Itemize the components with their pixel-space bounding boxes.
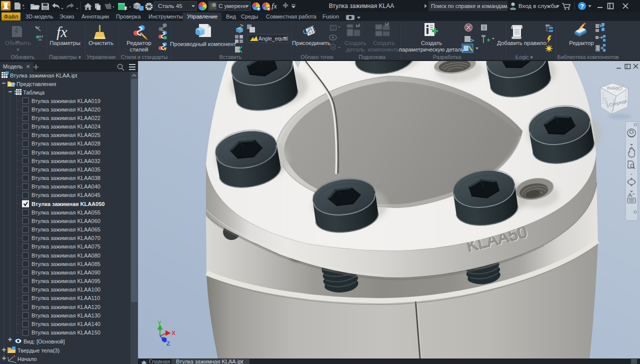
svg-text:Втулка зажимная KLAA085: Втулка зажимная KLAA085 [32, 261, 100, 267]
svg-text:Втулка зажимная KLAA095: Втулка зажимная KLAA095 [32, 278, 100, 284]
svg-text:Втулка зажимная KLAA024: Втулка зажимная KLAA024 [32, 124, 100, 130]
svg-text:Вход в службы: Вход в службы [518, 3, 558, 9]
svg-text:Втулка зажимная KLAA030: Втулка зажимная KLAA030 [32, 150, 100, 156]
svg-text:Таблица: Таблица [23, 90, 45, 96]
svg-text:Втулка зажимная KLAA032: Втулка зажимная KLAA032 [32, 158, 100, 164]
svg-text:Твердые тела(3): Твердые тела(3) [18, 348, 60, 354]
svg-text:Втулка зажимная KLAA: Втулка зажимная KLAA [329, 2, 394, 10]
svg-text:Втулка зажимная KLAA020: Втулка зажимная KLAA020 [32, 106, 100, 112]
svg-text:Втулка зажимная KLAA.ipt: Втулка зажимная KLAA.ipt [176, 358, 243, 364]
svg-text:Вид: [Основной]: Вид: [Основной] [24, 338, 65, 344]
svg-text:Втулка зажимная KLAA075: Втулка зажимная KLAA075 [32, 244, 100, 250]
svg-text:Втулка зажимная KLAA040: Втулка зажимная KLAA040 [32, 184, 100, 190]
svg-text:Начало: Начало [18, 356, 36, 362]
svg-text:X: X [172, 330, 176, 336]
svg-text:Втулка зажимная KLAA.ipt: Втулка зажимная KLAA.ipt [10, 72, 77, 78]
svg-text:Втулка зажимная KLAA050: Втулка зажимная KLAA050 [32, 201, 104, 207]
svg-text:Втулка зажимная KLAA065: Втулка зажимная KLAA065 [32, 226, 100, 232]
svg-text:Втулка зажимная KLAA120: Втулка зажимная KLAA120 [32, 304, 100, 310]
svg-text:Angle_equal: Angle_equal [258, 36, 288, 42]
svg-text:Y: Y [158, 320, 162, 326]
svg-text:Главная: Главная [149, 358, 170, 364]
svg-text:Втулка зажимная KLAA035: Втулка зажимная KLAA035 [32, 166, 100, 172]
svg-text:Втулка зажимная KLAA070: Втулка зажимная KLAA070 [32, 235, 100, 241]
svg-text:Втулка зажимная KLAA130: Втулка зажимная KLAA130 [32, 312, 100, 318]
svg-text:Втулка зажимная KLAA090: Втулка зажимная KLAA090 [32, 270, 100, 276]
svg-text:Втулка зажимная KLAA060: Втулка зажимная KLAA060 [32, 218, 100, 224]
svg-text:Втулка зажимная KLAA140: Втулка зажимная KLAA140 [32, 321, 100, 327]
svg-text:Втулка зажимная KLAA045: Втулка зажимная KLAA045 [32, 192, 100, 198]
svg-text:С умеренн: С умеренн [218, 3, 247, 9]
svg-text:fx: fx [56, 24, 68, 40]
svg-text:Втулка зажимная KLAA100: Втулка зажимная KLAA100 [32, 286, 100, 292]
svg-text:?: ? [580, 3, 584, 10]
svg-text:Втулка зажимная KLAA110: Втулка зажимная KLAA110 [32, 295, 100, 301]
svg-text:Втулка зажимная KLAA022: Втулка зажимная KLAA022 [32, 115, 100, 121]
svg-text:Втулка зажимная KLAA019: Втулка зажимная KLAA019 [32, 98, 100, 104]
svg-text:Представления: Представления [16, 81, 56, 87]
svg-text:Сверху: Сверху [606, 86, 622, 91]
svg-text:Поиск по справке и командам.: Поиск по справке и командам. [431, 3, 508, 9]
svg-text:Втулка зажимная KLAA055: Втулка зажимная KLAA055 [32, 210, 100, 216]
svg-text:Втулка зажимная KLAA025: Втулка зажимная KLAA025 [32, 132, 100, 138]
svg-text:Втулка зажимная KLAA028: Втулка зажимная KLAA028 [32, 140, 100, 146]
svg-text:Сталь 45: Сталь 45 [158, 3, 182, 9]
svg-text:Z: Z [166, 340, 170, 346]
svg-text:Втулка зажимная KLAA038: Втулка зажимная KLAA038 [32, 175, 100, 181]
svg-text:fx: fx [272, 2, 277, 10]
svg-text:Втулка зажимная KLAA080: Втулка зажимная KLAA080 [32, 252, 100, 258]
svg-text:Втулка зажимная KLAA150: Втулка зажимная KLAA150 [32, 330, 100, 336]
